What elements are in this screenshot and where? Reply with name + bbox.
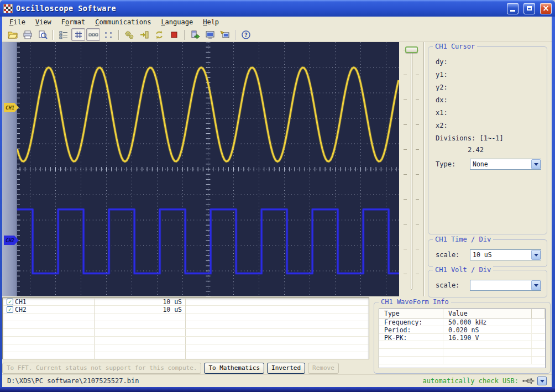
channel-row-ch2[interactable]: ✓CH210 uS (3, 306, 369, 313)
export-data-button[interactable] (188, 28, 202, 41)
record-button[interactable] (218, 28, 232, 41)
channel-row-empty (3, 337, 369, 344)
info-row-empty (379, 357, 545, 364)
action-buttons: To FFT. Current status not support for t… (2, 359, 369, 374)
info-row-pk-pk: PK-PK:16.190 V (379, 334, 545, 342)
print-button[interactable] (20, 28, 34, 41)
remove-button[interactable]: Remove (308, 363, 339, 374)
stop-button[interactable] (167, 28, 181, 41)
cursor-fields: dy:y1:y2:dx:x1:x2: (436, 58, 541, 129)
channel-list-button[interactable] (56, 28, 70, 41)
open-folder-button[interactable] (6, 28, 19, 41)
close-icon: × (542, 4, 549, 13)
slider-ticks-left (404, 50, 407, 291)
time-scale-label: scale: (436, 251, 470, 259)
cursor-field-dx: dx: (436, 96, 541, 104)
info-row-empty (379, 349, 545, 357)
cursor-field-y1: y1: (436, 71, 541, 79)
slider-track[interactable] (411, 49, 412, 290)
maximize-icon (527, 6, 532, 11)
menu-item-communications[interactable]: Communications (90, 18, 156, 27)
settings-gears-button[interactable] (122, 28, 136, 41)
channel-row-empty (3, 329, 369, 337)
svg-text:?: ? (244, 32, 248, 38)
menu-item-format[interactable]: Format (56, 18, 90, 27)
connect-button[interactable] (137, 28, 151, 41)
to-mathematics-button[interactable]: To Mathematics (204, 363, 264, 374)
status-bar: D:\XDS\PC software\2107525527.bin automa… (2, 374, 552, 387)
refresh-button[interactable] (152, 28, 166, 41)
record-icon (220, 30, 230, 40)
toolbar-separator (118, 30, 119, 40)
toolbar-separator (184, 30, 185, 40)
cursor-type-dropdown[interactable]: None (470, 159, 541, 170)
stop-icon (169, 30, 179, 40)
toolbar-separator (53, 30, 53, 40)
info-value: 16.190 V (443, 334, 532, 342)
usb-status-label: automatically check USB: (423, 377, 519, 385)
cursor-field-dy: dy: (436, 58, 541, 66)
minimize-button[interactable] (507, 3, 519, 14)
dropdown-arrow-icon[interactable] (531, 280, 541, 290)
info-type: Frequency: (379, 318, 443, 326)
help-icon: ? (241, 30, 251, 40)
title-bar: Oscilloscope Software × (0, 0, 555, 17)
ch1-time-div-group: CH1 Time / Div scale: 10 uS (428, 239, 547, 267)
dashed-line-toggle-button[interactable] (86, 28, 100, 41)
slider-handle[interactable] (405, 46, 418, 53)
menu-item-language[interactable]: Language (156, 18, 198, 27)
dropdown-arrow-icon[interactable] (531, 250, 541, 260)
cursor-field-x1: x1: (436, 109, 541, 117)
dots-button[interactable] (101, 28, 115, 41)
time-scale-dropdown[interactable]: 10 uS (470, 249, 541, 260)
toolbar: ? (2, 28, 552, 42)
menu-item-file[interactable]: File (4, 18, 30, 27)
usb-dropdown-button[interactable] (537, 377, 547, 385)
cursor-field-y2: y2: (436, 83, 541, 91)
menu-item-view[interactable]: View (30, 18, 56, 27)
ch1-volt-div-group: CH1 Volt / Div scale: (428, 270, 547, 297)
channel-checkbox[interactable]: ✓ (7, 299, 13, 305)
print-preview-icon (38, 30, 48, 40)
close-button[interactable]: × (540, 3, 552, 14)
print-icon (23, 30, 33, 40)
ch1-time-div-title: CH1 Time / Div (433, 236, 493, 243)
channel-row-ch1[interactable]: ✓CH110 uS (3, 298, 369, 306)
info-col-value: Value (443, 309, 532, 318)
maximize-button[interactable] (523, 3, 535, 14)
grid-toggle-button[interactable] (71, 28, 85, 41)
divisions-value: 2.42 (436, 146, 541, 154)
time-scale-value: 10 uS (470, 251, 531, 259)
screenshot-icon (205, 30, 215, 40)
usb-icon (522, 377, 535, 385)
channel-name: CH1 (15, 298, 95, 306)
ch1-cursor-title: CH1 Cursor (433, 43, 477, 50)
channel-flag-strip (2, 42, 17, 296)
divisions-label: Divisions: [1~-1] (436, 134, 541, 142)
channel-row-empty (3, 344, 369, 352)
window-title: Oscilloscope Software (16, 4, 502, 13)
menu-item-help[interactable]: Help (198, 18, 224, 27)
screenshot-button[interactable] (203, 28, 217, 41)
cursor-type-value: None (470, 160, 531, 168)
main-area: CH1 CH2 CH1 Cursor dy:y1:y2:dx:x1:x2: Di… (2, 42, 552, 296)
menu-bar: FileViewFormatCommunicationsLanguageHelp (2, 17, 552, 28)
dropdown-arrow-icon[interactable] (531, 159, 541, 169)
right-panel: CH1 Cursor dy:y1:y2:dx:x1:x2: Divisions:… (424, 42, 552, 296)
channel-row-empty (3, 313, 369, 321)
bottom-section: ✓CH110 uS✓CH210 uS To FFT. Current statu… (2, 296, 552, 374)
oscilloscope-display[interactable] (17, 42, 399, 296)
print-preview-button[interactable] (35, 28, 49, 41)
connect-icon (139, 30, 149, 40)
ch2-flag-label: CH2 (6, 238, 14, 243)
slider-ticks-right (416, 50, 419, 291)
channel-name: CH2 (15, 306, 95, 313)
volt-scale-dropdown[interactable] (470, 280, 541, 291)
inverted-button[interactable]: Inverted (267, 363, 305, 374)
dashed-line-toggle-icon (88, 30, 98, 40)
ch1-volt-div-title: CH1 Volt / Div (433, 266, 493, 274)
to-fft-button[interactable]: To FFT. Current status not support for t… (2, 363, 201, 374)
help-button[interactable]: ? (239, 28, 253, 41)
channel-checkbox[interactable]: ✓ (7, 306, 13, 313)
channel-row-empty (3, 321, 369, 329)
